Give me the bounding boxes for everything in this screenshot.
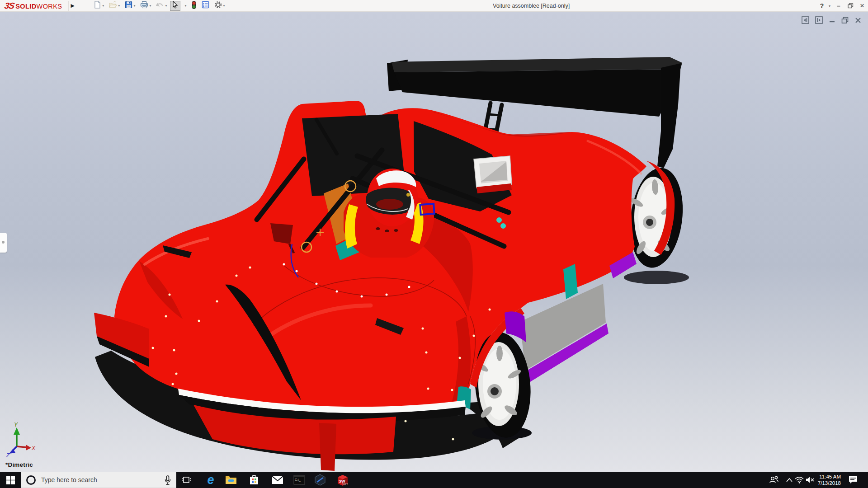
triad-x-label: X [31,445,36,451]
triad-z-label: Z [6,452,10,459]
microphone-icon[interactable] [164,475,171,487]
store-icon [249,474,259,485]
hex-app-icon [314,474,326,486]
windows-logo-icon [6,476,15,484]
select-tool-caret-button[interactable]: ▾ [182,1,188,11]
chevron-up-icon [786,478,793,482]
rebuild-traffic-light-icon [191,0,197,11]
restore-button[interactable] [844,3,856,9]
task-view-icon [181,475,191,484]
rearview-mirror[interactable] [474,156,512,193]
pane-right-button[interactable] [815,16,823,26]
svg-text:C:\_: C:\_ [295,478,301,482]
reference-triad: Y X Z [6,422,36,459]
settings-caret[interactable]: ▾ [223,4,225,8]
feature-panel-tab[interactable] [0,233,7,253]
open-caret[interactable]: ▾ [118,4,120,8]
pane-left-button[interactable] [802,16,809,26]
taskbar-app-store[interactable] [244,472,264,488]
logo-mark: 3S [4,1,15,11]
task-view-button[interactable] [177,472,195,488]
new-document-button[interactable]: ▾ [92,1,106,11]
taskbar-app-solidworks[interactable]: SW 2017 [332,472,353,488]
doc-close-button[interactable] [854,17,862,26]
svg-text:2017: 2017 [342,483,348,486]
taskbar-app-hex[interactable] [310,472,330,488]
print-button[interactable]: ▾ [138,1,153,11]
search-placeholder: Type here to search [41,476,97,483]
settings-button[interactable]: ▾ [212,1,226,11]
select-caret[interactable]: ▾ [184,4,186,8]
options-list-icon [202,1,209,10]
save-caret[interactable]: ▾ [133,4,135,8]
logo-brand-bold: SOLID [15,3,36,10]
taskbar-clock[interactable]: 11:45 AM 7/13/2018 [813,472,841,488]
solidworks-logo: 3S SOLID WORKS [5,1,62,11]
minimize-button[interactable]: – [833,2,844,9]
start-button[interactable] [0,472,21,488]
toolbar-flyout-button[interactable]: ▶ [68,1,76,11]
gear-icon [214,1,222,10]
document-window-controls [802,16,862,26]
teal-light-2[interactable] [500,223,506,229]
taskbar-app-edge[interactable]: e [200,472,221,488]
document-title: Voiture assomblee [Read-only] [493,0,570,12]
help-button[interactable]: ? [817,2,826,9]
quick-access-toolbar: ▾ ▾ ▾ ▾ ▾ ▾ [92,1,226,11]
cortana-icon [26,475,36,485]
title-bar: 3S SOLID WORKS ▶ ▾ ▾ ▾ ▾ [0,0,868,12]
help-caret[interactable]: ▾ [826,4,833,8]
triad-y-label: Y [14,422,18,428]
print-caret[interactable]: ▾ [149,4,151,8]
rebuild-button[interactable] [189,1,198,11]
edge-icon: e [207,474,214,486]
undo-button[interactable]: ▾ [154,1,169,11]
taskbar-search[interactable]: Type here to search [21,472,176,488]
taskbar-app-file-explorer[interactable] [221,472,241,488]
doc-restore-button[interactable] [841,17,849,26]
solidworks-window: 3S SOLID WORKS ▶ ▾ ▾ ▾ ▾ [0,0,868,488]
model-canvas[interactable]: Y X Z [0,12,868,472]
file-explorer-icon [225,475,237,485]
save-button[interactable]: ▾ [123,1,137,11]
taskbar-app-command-prompt[interactable]: C:\_ [289,472,310,488]
taskbar-app-mail[interactable] [267,472,288,488]
undo-icon [156,1,164,10]
action-center-button[interactable] [846,472,860,488]
windows-taskbar: Type here to search e C:\_ [0,472,868,488]
new-document-icon [94,1,101,10]
clock-date: 7/13/2018 [818,480,841,486]
select-cursor-icon [172,1,179,10]
wifi-icon [795,477,804,483]
open-folder-icon [109,1,117,10]
close-button[interactable]: × [856,1,868,10]
mail-icon [272,476,283,484]
view-orientation-label: *Dimetric [5,461,33,468]
teal-light-1[interactable] [496,217,502,223]
clock-time: 11:45 AM [819,474,841,480]
people-button[interactable] [767,472,781,488]
open-button[interactable]: ▾ [107,1,122,11]
logo-brand-light: WORKS [37,3,62,10]
window-controls: ? ▾ – × [817,0,868,12]
solidworks-2017-icon: SW 2017 [336,474,349,486]
print-icon [140,1,148,10]
options-list-button[interactable] [200,1,211,11]
action-center-icon [848,475,858,484]
command-prompt-icon: C:\_ [293,475,305,485]
new-document-caret[interactable]: ▾ [102,4,104,8]
save-floppy-icon [125,1,132,10]
graphics-viewport[interactable]: Y X Z *Dimetric [0,12,868,472]
rear-right-wheel[interactable] [625,165,688,271]
panel-tab-grip [2,241,5,244]
undo-caret[interactable]: ▾ [165,4,167,8]
doc-minimize-button[interactable] [829,16,835,26]
people-icon [769,476,779,484]
select-tool-button[interactable] [170,1,180,11]
